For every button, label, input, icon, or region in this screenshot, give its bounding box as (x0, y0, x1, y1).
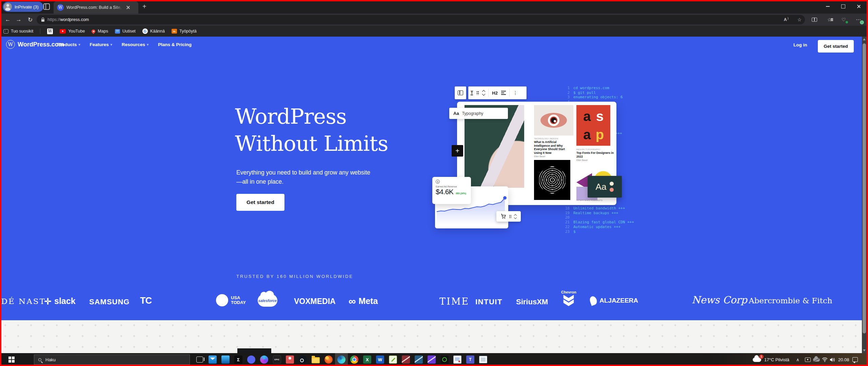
word[interactable]: W (374, 353, 387, 366)
steam[interactable] (296, 353, 309, 366)
forward-icon[interactable]: → (14, 14, 24, 26)
discord[interactable] (245, 353, 258, 366)
file-explorer[interactable] (309, 353, 322, 366)
back-icon[interactable]: ← (3, 14, 13, 26)
browser-essentials-icon[interactable]: ♡ (837, 14, 850, 26)
eye-illustration (534, 105, 573, 136)
logo-salesforce: salesforce (258, 294, 277, 307)
logo-usa-today: USATODAY (216, 294, 246, 306)
url-host: wordpress.com (60, 17, 89, 22)
window-minimize-button[interactable] (820, 0, 835, 13)
onedrive-icon[interactable] (813, 353, 820, 366)
nav-item[interactable]: Resources▾ (122, 42, 149, 47)
url-scheme: https:// (47, 17, 60, 22)
logo-conde-nast: CONDÉ NAST (0, 297, 46, 306)
affinity-publisher[interactable] (412, 353, 425, 366)
taskbar-apps: Σ EPIC (193, 353, 490, 366)
address-bar[interactable]: https:// wordpress.com A ☆ (37, 15, 805, 24)
bookmark-wikipedia[interactable]: W (47, 28, 53, 34)
dollar-icon: $ (436, 180, 440, 184)
bookmark-import-favorites[interactable]: Tuo suosikit (3, 29, 33, 34)
document-editor-app[interactable] (451, 353, 464, 366)
site-nav: Products▾ Features▾ Resources▾ Plans & P… (57, 42, 193, 47)
wifi-icon[interactable] (822, 353, 828, 366)
window-maximize-button[interactable] (835, 0, 851, 13)
affinity-photo[interactable] (425, 353, 438, 366)
favorites-bar-icon[interactable]: ☆ (823, 14, 835, 26)
hidden-icons-chevron[interactable]: ∧ (796, 353, 800, 366)
sigma-app[interactable]: Σ (232, 353, 245, 366)
scrollbar-thumb[interactable] (863, 43, 866, 333)
excel[interactable]: X (361, 353, 374, 366)
teams[interactable]: T (464, 353, 477, 366)
media-swirl-app[interactable] (258, 353, 271, 366)
meta-infinity-icon: ∞ (349, 297, 356, 306)
microsoft-edge[interactable] (335, 353, 348, 366)
chevron-marks-icon (563, 295, 574, 306)
header-get-started-button[interactable]: Get started (818, 40, 854, 53)
news-icon (115, 29, 120, 34)
clock[interactable]: 20.08 (838, 353, 849, 366)
read-aloud-icon[interactable]: A (784, 17, 789, 22)
reload-icon[interactable]: ↻ (25, 14, 35, 26)
notepad[interactable] (477, 353, 490, 366)
screen: InPrivate (3) W WordPress.com: Build a S… (0, 0, 868, 366)
logo-siriusxm: SiriusXM (516, 298, 548, 306)
scroll-up-icon[interactable] (863, 38, 866, 40)
active-tab[interactable]: W WordPress.com: Build a Site, Sell (54, 1, 138, 14)
new-tab-button[interactable]: + (142, 3, 146, 11)
al-jazeera-calligraphy-icon (589, 295, 598, 306)
workspaces-icon[interactable] (43, 3, 50, 10)
settings-menu-icon[interactable]: ⋯↑ (852, 14, 865, 26)
green-ring-app[interactable] (438, 353, 451, 366)
weather-widget[interactable]: 1 17°C Pilvistä (753, 353, 789, 366)
logo-meta: ∞ Meta (349, 296, 378, 306)
chrome[interactable] (348, 353, 361, 366)
mail-app[interactable] (206, 353, 219, 366)
cast-icon[interactable] (805, 353, 811, 366)
red-app[interactable] (283, 353, 296, 366)
wordpress-logo[interactable]: W WordPress.com (6, 40, 64, 49)
bookmark-translate[interactable]: GKäännä (142, 28, 165, 34)
bookmark-news[interactable]: Uutiset (115, 29, 136, 34)
tab-close-icon[interactable] (126, 5, 130, 9)
add-favorite-icon[interactable]: ☆ (797, 17, 802, 22)
import-favorites-icon (3, 29, 8, 34)
microsoft-store[interactable] (219, 353, 232, 366)
bookmark-youtube[interactable]: YouTube (60, 29, 85, 34)
typography-pill: Aa Typography (449, 108, 508, 119)
maps-pin-icon (91, 28, 96, 34)
inprivate-badge[interactable]: InPrivate (3) (3, 2, 43, 12)
logo-slack: slack (44, 296, 76, 306)
commerce-mini-toolbar (496, 211, 521, 222)
taskbar-search[interactable]: Haku (34, 354, 190, 365)
action-center-icon[interactable] (852, 353, 858, 366)
start-button[interactable] (3, 353, 20, 366)
notepad-plus-plus[interactable] (387, 353, 399, 366)
hero-subtitle: Everything you need to build and grow an… (236, 168, 370, 186)
task-view-button[interactable] (193, 353, 206, 366)
hero-get-started-button[interactable]: Get started (236, 194, 284, 211)
profile-avatar-icon (4, 3, 12, 11)
browser-scrollbar[interactable] (862, 37, 867, 353)
wikipedia-icon: W (47, 28, 53, 34)
volume-icon[interactable] (830, 353, 835, 366)
split-screen-icon[interactable] (808, 14, 821, 26)
article-teaser: DESIGN TYPOGRAPHY Top Fonts For Designer… (576, 148, 614, 161)
bookmark-maps[interactable]: Maps (92, 29, 108, 34)
affinity-designer[interactable] (399, 353, 412, 366)
epic-games[interactable]: EPIC (271, 353, 283, 366)
window-close-button[interactable] (851, 0, 867, 13)
login-link[interactable]: Log in (793, 42, 807, 47)
op-art-image (534, 160, 570, 200)
nav-item[interactable]: Plans & Pricing (158, 42, 193, 47)
bookmark-desktop[interactable]: inTyöpöytä (172, 29, 197, 34)
logo-news-corp: News Corp (692, 294, 747, 306)
slack-icon (44, 298, 52, 305)
move-up-down-icon (482, 90, 485, 95)
scroll-down-icon[interactable] (863, 349, 866, 351)
drag-handle-icon (476, 91, 479, 95)
firefox[interactable] (322, 353, 335, 366)
nav-item[interactable]: Products▾ (57, 42, 80, 47)
nav-item[interactable]: Features▾ (90, 42, 112, 47)
